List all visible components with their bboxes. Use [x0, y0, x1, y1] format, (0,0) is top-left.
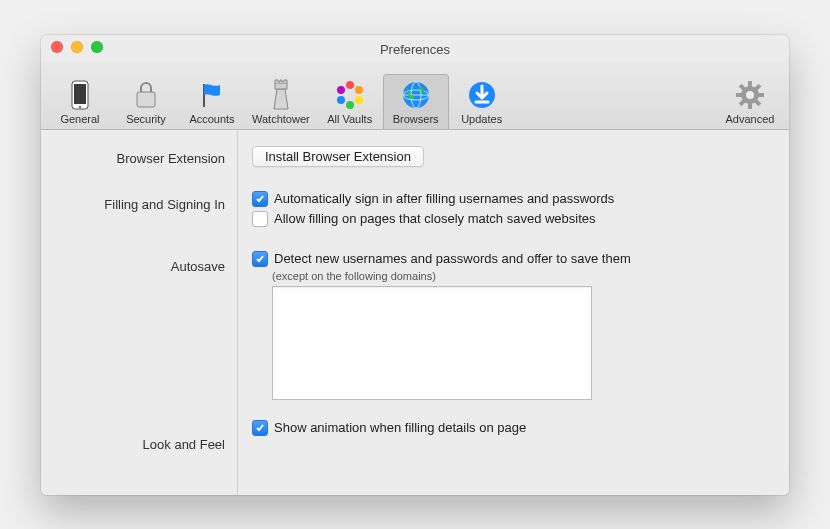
section-label-autosave: Autosave [41, 256, 237, 278]
preferences-window: Preferences General Security Accounts [41, 35, 789, 495]
checkbox-auto-signin[interactable]: Automatically sign in after filling user… [252, 189, 771, 209]
tab-label: All Vaults [327, 113, 372, 125]
tab-label: Security [126, 113, 166, 125]
tab-browsers[interactable]: Browsers [383, 74, 449, 129]
checkbox-label: Show animation when filling details on p… [274, 418, 526, 438]
color-ring-icon [334, 79, 366, 111]
titlebar: Preferences [41, 35, 789, 61]
svg-rect-5 [275, 83, 287, 89]
svg-point-6 [346, 81, 354, 89]
checkbox-label: Automatically sign in after filling user… [274, 189, 614, 209]
svg-rect-3 [137, 92, 155, 107]
except-note: (except on the following domains) [272, 270, 771, 282]
checkbox-label: Allow filling on pages that closely matc… [274, 209, 596, 229]
tab-general[interactable]: General [47, 74, 113, 129]
checkbox-label: Detect new usernames and passwords and o… [274, 249, 631, 269]
gear-icon [734, 79, 766, 111]
section-label-look: Look and Feel [41, 434, 237, 456]
svg-point-10 [337, 96, 345, 104]
tab-label: Browsers [393, 113, 439, 125]
phone-icon [64, 79, 96, 111]
svg-point-19 [746, 91, 754, 99]
svg-point-8 [355, 96, 363, 104]
tab-security[interactable]: Security [113, 74, 179, 129]
minimize-icon[interactable] [71, 41, 83, 53]
toolbar: General Security Accounts Watchtower [41, 61, 789, 130]
flag-icon [196, 79, 228, 111]
checkbox-icon [252, 191, 268, 207]
section-label-filling: Filling and Signing In [41, 194, 237, 216]
checkbox-detect-logins[interactable]: Detect new usernames and passwords and o… [252, 249, 771, 269]
checkbox-allow-close-match[interactable]: Allow filling on pages that closely matc… [252, 209, 771, 229]
tab-label: General [60, 113, 99, 125]
tab-advanced[interactable]: Advanced [717, 74, 783, 129]
svg-rect-22 [736, 93, 742, 97]
window-controls [51, 41, 103, 53]
globe-icon [400, 79, 432, 111]
install-extension-button[interactable]: Install Browser Extension [252, 146, 424, 167]
lock-icon [130, 79, 162, 111]
tower-icon [265, 79, 297, 111]
svg-point-11 [337, 86, 345, 94]
checkbox-show-animation[interactable]: Show animation when filling details on p… [252, 418, 771, 438]
svg-rect-20 [748, 81, 752, 87]
checkbox-icon [252, 211, 268, 227]
labels-column: Browser Extension Filling and Signing In… [41, 130, 238, 495]
checkbox-icon [252, 251, 268, 267]
content-area: Browser Extension Filling and Signing In… [41, 130, 789, 495]
svg-rect-21 [748, 103, 752, 109]
zoom-icon[interactable] [91, 41, 103, 53]
section-label-browser-extension: Browser Extension [41, 148, 237, 170]
svg-point-2 [79, 105, 82, 108]
tab-watchtower[interactable]: Watchtower [245, 74, 317, 129]
svg-point-7 [355, 86, 363, 94]
tab-all-vaults[interactable]: All Vaults [317, 74, 383, 129]
controls-column: Install Browser Extension Automatically … [238, 130, 789, 495]
tab-updates[interactable]: Updates [449, 74, 515, 129]
excluded-domains-input[interactable] [272, 286, 592, 400]
tab-label: Advanced [726, 113, 775, 125]
tab-label: Watchtower [252, 113, 310, 125]
svg-point-9 [346, 101, 354, 109]
tab-label: Accounts [189, 113, 234, 125]
checkbox-icon [252, 420, 268, 436]
svg-rect-1 [74, 84, 86, 104]
tab-accounts[interactable]: Accounts [179, 74, 245, 129]
tab-label: Updates [461, 113, 502, 125]
download-icon [466, 79, 498, 111]
close-icon[interactable] [51, 41, 63, 53]
svg-rect-23 [758, 93, 764, 97]
window-title: Preferences [49, 42, 781, 57]
